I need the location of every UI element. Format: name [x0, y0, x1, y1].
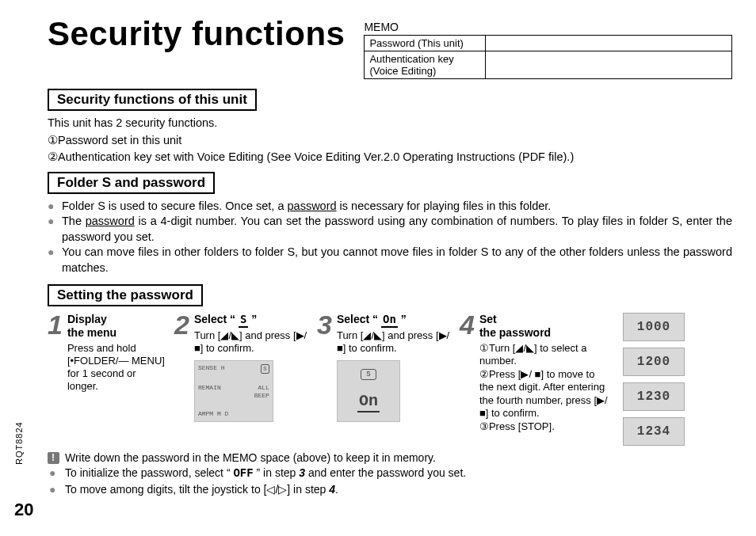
- memo-row2-value: [486, 51, 732, 79]
- step-2-body: Turn [◢/◣] and press [▶/■] to confirm.: [194, 329, 309, 355]
- step-1: 1 Display the menu Press and hold [•FOLD…: [48, 313, 166, 393]
- lcd-sample-3: 1230: [623, 382, 685, 411]
- page-title: Security functions: [48, 16, 345, 52]
- footer-notes: Write down the password in the MEMO spac…: [48, 450, 732, 498]
- step-4-title: Set the password: [479, 313, 610, 340]
- step-4-sub3: ③Press [STOP].: [479, 420, 610, 433]
- step-4: 4 Set the password ①Turn [◢/◣] to select…: [460, 313, 610, 435]
- memo-block: MEMO Password (This unit) Authentication…: [364, 21, 732, 79]
- on-indicator: On: [357, 391, 380, 412]
- memo-table: Password (This unit) Authentication key …: [364, 35, 732, 79]
- step-4-substeps: ①Turn [◢/◣] to select a number. ②Press […: [479, 342, 610, 434]
- s-icon: S: [361, 369, 376, 380]
- memo-row1-key: Password (This unit): [365, 36, 486, 51]
- step-4-number: 4: [460, 311, 475, 338]
- step-1-title: Display the menu: [67, 313, 166, 340]
- bullet-1: Folder S is used to secure files. Once s…: [48, 199, 732, 215]
- step-3: 3 Select “ On ” Turn [◢/◣] and press [▶/…: [317, 313, 452, 422]
- memo-row1-value: [486, 36, 732, 51]
- step-2-title: Select “ S ”: [194, 313, 309, 329]
- sec1-item1: ①Password set in this unit: [48, 133, 732, 149]
- step-3-body: Turn [◢/◣] and press [▶/■] to confirm.: [337, 329, 452, 355]
- lcd-panel-step2: SENSE HS REMAINALLBEEP AMPM M D: [194, 360, 273, 422]
- lcd-sample-4: 1234: [623, 417, 685, 446]
- step-4-sub1: ①Turn [◢/◣] to select a number.: [479, 342, 610, 368]
- note-move-digits: To move among digits, tilt the joystick …: [48, 482, 732, 498]
- subhead-security-functions: Security functions of this unit: [48, 89, 257, 111]
- step-2: 2 Select “ S ” Turn [◢/◣] and press [▶/■…: [174, 313, 309, 422]
- step-2-number: 2: [174, 311, 189, 338]
- subhead-setting-password: Setting the password: [48, 284, 203, 306]
- step-1-number: 1: [48, 311, 63, 338]
- page-number: 20: [14, 500, 33, 520]
- bullet-2: The password is a 4-digit number. You ca…: [48, 214, 732, 245]
- bullet-3: You can move files in other folders to f…: [48, 245, 732, 276]
- password-lcd-column: 1000 1200 1230 1234: [623, 313, 685, 446]
- steps-row: 1 Display the menu Press and hold [•FOLD…: [48, 313, 732, 446]
- sec1-intro: This unit has 2 security functions.: [48, 116, 732, 131]
- document-code: RQT8824: [14, 421, 24, 465]
- sec1-item2: ②Authentication key set with Voice Editi…: [48, 150, 732, 165]
- lcd-panel-step3: S On: [337, 360, 400, 422]
- step-4-sub2: ②Press [▶/ ■] to move to the next digit.…: [479, 368, 610, 420]
- memo-label: MEMO: [364, 21, 732, 33]
- subhead-folder-s: Folder S and password: [48, 172, 215, 194]
- lcd-sample-2: 1200: [623, 348, 685, 376]
- lcd-sample-1: 1000: [623, 313, 685, 341]
- step-3-number: 3: [317, 311, 332, 338]
- note-initialize: To initialize the password, select “ OFF…: [48, 466, 732, 482]
- note-memo-reminder: Write down the password in the MEMO spac…: [48, 450, 732, 466]
- step-3-title: Select “ On ”: [337, 313, 452, 329]
- step-1-body: Press and hold [•FOLDER/— MENU] for 1 se…: [67, 342, 166, 393]
- memo-row2-key: Authentication key (Voice Editing): [365, 51, 486, 79]
- folder-s-bullets: Folder S is used to secure files. Once s…: [48, 199, 732, 276]
